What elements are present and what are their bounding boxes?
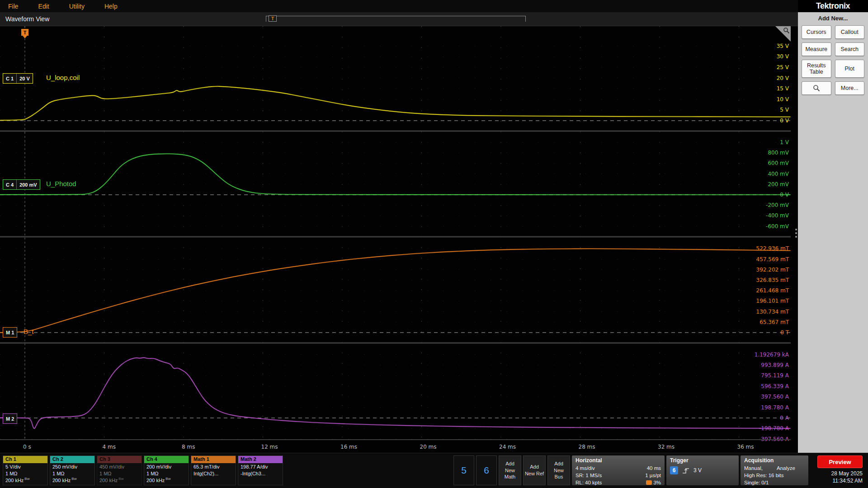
channel-5-tile[interactable]: 5 <box>453 455 474 485</box>
more-button[interactable]: More... <box>835 81 865 95</box>
settings-bar: Ch 1 5 V/div 1 MΩ 200 kHzBw Ch 2 250 mV/… <box>0 453 868 488</box>
ch4-y-tick-label: -600 mV <box>766 223 789 230</box>
preview-button[interactable]: Preview <box>817 455 863 468</box>
cursors-button[interactable]: Cursors <box>802 25 831 39</box>
math1-trace-glow <box>0 249 790 333</box>
ch2-bandwidth: 200 kHzBw <box>52 477 92 483</box>
acquisition-analyze: Analyze <box>777 465 805 472</box>
math1-y-tick-label: 522.936 mT <box>756 245 789 252</box>
m1-waveform-label[interactable]: B_t <box>24 328 34 335</box>
trigger-title: Trigger <box>670 457 735 464</box>
c1-waveform-label[interactable]: U_loop,coil <box>46 74 80 81</box>
horizontal-badge[interactable]: Horizontal 4 ms/div 40 ms SR: 1 MS/s 1 µ… <box>572 455 665 485</box>
ch1-y-tick-label: 15 V <box>777 85 789 92</box>
math2-name: Math 2 <box>241 456 256 462</box>
c4-badge-label: C 4 <box>3 180 16 189</box>
math1-y-tick-label: 326.835 mT <box>756 277 789 283</box>
channel-badge-c4[interactable]: C 4 200 mV <box>3 179 40 190</box>
math1-y-tick-label: 0 T <box>780 329 789 336</box>
position-meter-icon <box>646 480 652 485</box>
c4-waveform-label[interactable]: U_Photod <box>46 180 76 188</box>
horizontal-sample-rate: SR: 1 MS/s <box>576 472 639 479</box>
waveform-view-pane: Waveform View T 0 s4 ms8 ms12 ms16 ms20 … <box>0 12 798 453</box>
add-new-math-button[interactable]: Add New Math <box>499 455 521 485</box>
ch1-y-tick-label: 35 V <box>777 43 789 49</box>
menu-file[interactable]: File <box>8 3 19 10</box>
ch2-scale: 250 mV/div <box>52 464 92 470</box>
horizontal-position-slider[interactable]: T <box>266 16 526 22</box>
magnifier-icon <box>813 84 820 92</box>
ch4-bandwidth: 200 kHzBw <box>146 477 186 483</box>
channel-badge-ch2[interactable]: Ch 2 250 mV/div 1 MΩ 200 kHzBw <box>50 455 95 485</box>
horizontal-position: 3% <box>645 479 661 486</box>
x-tick-label: 4 ms <box>103 444 116 450</box>
math1-y-tick-label: 196.101 mT <box>756 298 789 304</box>
add-new-bus-button[interactable]: Add New Bus <box>547 455 570 485</box>
zoom-mode-button[interactable] <box>802 81 831 95</box>
math1-badge[interactable]: Math 1 65.3 mT/div Intg(Ch2)... <box>191 455 236 485</box>
waveform-graticule[interactable]: 0 s4 ms8 ms12 ms16 ms20 ms24 ms28 ms32 m… <box>0 26 798 453</box>
horizontal-title: Horizontal <box>576 457 661 464</box>
math1-trace[interactable] <box>0 249 790 333</box>
add-new-header: Add New... <box>802 15 864 22</box>
pane-splitter-handle[interactable] <box>795 229 797 238</box>
trigger-position-marker[interactable]: T <box>269 15 277 22</box>
time: 11:34:52 AM <box>831 478 863 485</box>
measure-button[interactable]: Measure <box>802 42 831 56</box>
channel-6-tile[interactable]: 6 <box>476 455 497 485</box>
callout-button[interactable]: Callout <box>835 25 865 39</box>
tektronix-logo: Tektronix <box>798 0 868 12</box>
trigger-badge[interactable]: Trigger 6 3 V <box>666 455 739 485</box>
acquisition-title: Acquisition <box>744 457 805 464</box>
math2-scale: 198.77 A/div <box>241 464 280 470</box>
math2-y-tick-label: 0 A <box>780 415 789 421</box>
ch4-y-tick-label: 600 mV <box>768 160 789 166</box>
ch4-y-tick-label: -200 mV <box>766 202 789 208</box>
ch1-trace[interactable] <box>0 86 790 120</box>
ch1-bandwidth: 200 kHzBw <box>5 477 45 483</box>
x-tick-label: 12 ms <box>261 444 278 450</box>
ch4-y-tick-label: 1 V <box>780 139 789 145</box>
math1-scale: 65.3 mT/div <box>193 464 233 470</box>
x-tick-label: 20 ms <box>420 444 437 450</box>
math-badge-m2[interactable]: M 2 <box>3 413 17 424</box>
add-new-ref-button[interactable]: Add New Ref <box>523 455 546 485</box>
acquisition-sequence: Single: 0/1 <box>744 479 805 486</box>
channel-badge-ch1[interactable]: Ch 1 5 V/div 1 MΩ 200 kHzBw <box>3 455 48 485</box>
ch1-scale: 5 V/div <box>5 464 45 470</box>
ch4-y-tick-label: -400 mV <box>766 212 789 219</box>
math1-y-tick-label: 261.468 mT <box>756 287 789 294</box>
math2-y-tick-label: 993.899 A <box>761 362 789 368</box>
math-badge-m1[interactable]: M 1 <box>3 327 17 338</box>
trigger-source-badge: 6 <box>670 466 678 474</box>
menu-edit[interactable]: Edit <box>38 3 49 10</box>
plot-button[interactable]: Plot <box>835 60 865 78</box>
acquisition-badge[interactable]: Acquisition Manual, Analyze High Res: 16… <box>741 455 808 485</box>
math2-y-tick-label: 1.192679 kA <box>755 352 789 358</box>
math2-y-tick-label: -397.560 A <box>759 436 789 442</box>
ch1-y-tick-label: 10 V <box>777 96 789 103</box>
menu-utility[interactable]: Utility <box>69 3 85 10</box>
right-sidebar: Add New... Cursors Callout Measure Searc… <box>798 12 868 453</box>
ch3-impedance: 1 MΩ <box>99 470 139 477</box>
ch4-trace[interactable] <box>0 154 790 195</box>
x-tick-label: 16 ms <box>340 444 357 450</box>
results-table-button[interactable]: Results Table <box>802 60 831 78</box>
channel-badge-ch3[interactable]: Ch 3 450 mV/div 1 MΩ 200 kHzBw <box>97 455 142 485</box>
channel-badge-c1[interactable]: C 1 20 V <box>3 73 33 84</box>
search-button[interactable]: Search <box>835 42 865 56</box>
menu-help[interactable]: Help <box>104 3 118 10</box>
waveform-plot-area[interactable]: 0 s4 ms8 ms12 ms16 ms20 ms24 ms28 ms32 m… <box>0 26 798 453</box>
channel-badge-ch4[interactable]: Ch 4 200 mV/div 1 MΩ 200 kHzBw <box>144 455 189 485</box>
ch4-y-tick-label: 0 V <box>780 192 789 198</box>
draw-a-box-zoom-icon[interactable] <box>775 26 791 42</box>
ch1-y-tick-label: 30 V <box>777 53 789 60</box>
ch3-scale: 450 mV/div <box>99 464 139 470</box>
math2-y-tick-label: 596.339 A <box>761 383 789 389</box>
horizontal-resolution: 1 µs/pt <box>645 472 661 479</box>
c1-badge-label: C 1 <box>3 74 16 83</box>
math2-y-tick-label: -198.780 A <box>759 425 789 432</box>
ch1-y-tick-label: 25 V <box>777 64 789 70</box>
trigger-indicator-icon[interactable]: T <box>21 29 28 36</box>
math2-badge[interactable]: Math 2 198.77 A/div -Intg(Ch3... <box>238 455 283 485</box>
